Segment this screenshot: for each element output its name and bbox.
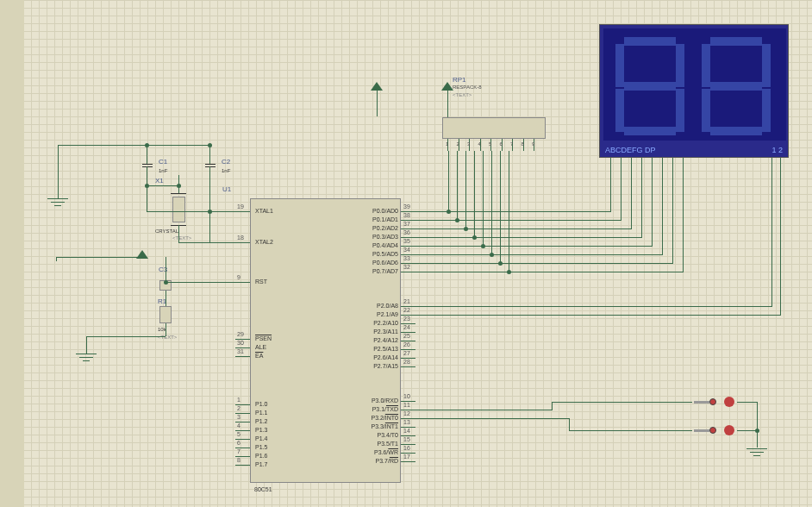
pin-number: 4	[237, 422, 240, 429]
push-button-1[interactable]	[692, 397, 740, 410]
pin-number: 24	[403, 324, 410, 330]
respack-pin-number: 9	[532, 141, 534, 147]
pin-number: 18	[237, 235, 244, 241]
pin-number: 28	[403, 359, 410, 365]
pin-label: RST	[255, 279, 267, 285]
respack-pin-number: 6	[500, 141, 503, 147]
pin-label: P1.2	[255, 418, 267, 424]
x1-text: <TEXT>	[172, 235, 191, 241]
pin-number: 34	[403, 247, 410, 253]
pin-label: P3.1/TXD	[372, 406, 398, 412]
power-symbol	[371, 82, 383, 91]
pin-number: 10	[403, 393, 410, 399]
pin-number: 22	[403, 307, 410, 313]
display-pins-label: ABCDEFG DP	[605, 146, 656, 154]
pin-label: P0.6/AD6	[372, 260, 398, 266]
respack-pin-number: 8	[522, 141, 524, 147]
pin-number: 33	[403, 255, 410, 261]
pin-number: 19	[237, 203, 244, 210]
pin-label: P1.1	[255, 410, 267, 416]
pin-number: 12	[403, 410, 410, 416]
pin-label: P2.4/A12	[373, 337, 398, 343]
pin-label: P1.7	[255, 461, 267, 467]
pin-label: XTAL2	[255, 239, 273, 245]
pin-number: 13	[403, 419, 410, 425]
display-digits-label: 1 2	[771, 146, 783, 154]
pin-label: P3.4/T0	[377, 432, 398, 438]
rp1-text: <TEXT>	[453, 92, 472, 97]
respack-pin-number: 5	[489, 141, 491, 147]
c2-value: 1nF	[222, 168, 230, 173]
pin-number: 31	[237, 348, 244, 354]
pin-label: P2.5/A13	[373, 346, 398, 352]
pin-label: P1.4	[255, 435, 267, 441]
c2-name: C2	[222, 158, 230, 166]
pin-number: 5	[237, 431, 240, 437]
pin-label: PSEN	[255, 335, 272, 341]
ground-symbol	[47, 198, 68, 210]
pin-label: P2.7/A15	[373, 363, 398, 369]
power-symbol	[441, 82, 453, 91]
pin-label: P0.5/AD5	[372, 251, 398, 257]
pin-number: 30	[237, 340, 244, 346]
pin-number: 7	[237, 448, 240, 454]
respack-pin-number: 7	[510, 141, 513, 147]
pin-label: P0.4/AD4	[372, 242, 398, 248]
pin-number: 27	[403, 350, 410, 356]
pin-label: P3.0/RXD	[372, 397, 398, 404]
push-button-2[interactable]	[692, 425, 740, 438]
pin-number: 1	[237, 397, 240, 403]
ground-symbol	[746, 448, 767, 460]
pin-number: 15	[403, 436, 410, 442]
pin-label: P0.7/AD7	[372, 268, 398, 274]
pin-number: 14	[403, 428, 410, 434]
pin-number: 25	[403, 333, 410, 339]
seven-segment-display: ABCDEFG DP 1 2	[599, 24, 789, 158]
pin-number: 6	[237, 440, 240, 446]
pin-number: 17	[403, 454, 410, 460]
pin-label: P3.3/INT1	[371, 423, 398, 429]
c1-value: 1nF	[159, 168, 167, 173]
pin-label: ALE	[255, 344, 266, 350]
pin-number: 16	[403, 445, 410, 451]
respack-pin-number: 4	[478, 141, 481, 147]
pin-label: P2.3/A11	[373, 329, 398, 335]
power-symbol	[136, 250, 148, 259]
u1-part-number: 80C51	[254, 486, 272, 492]
pin-number: 11	[403, 402, 410, 408]
pin-label: P1.5	[255, 444, 267, 450]
pin-number: 37	[403, 221, 410, 227]
pin-label: P3.7/RD	[376, 458, 398, 464]
pin-label: P0.3/AD3	[372, 234, 398, 240]
pin-number: 36	[403, 229, 410, 235]
pin-number: 26	[403, 341, 410, 347]
x1-value: CRYSTAL	[155, 228, 178, 234]
respack-rp1	[442, 117, 546, 139]
pin-label: P2.6/A14	[373, 354, 398, 360]
pin-label: P2.0/A8	[377, 303, 398, 309]
r1-text: <TEXT>	[158, 335, 177, 340]
pin-label: P3.5/T1	[377, 441, 398, 447]
pin-number: 21	[403, 298, 410, 304]
pin-label: P3.6/WR	[374, 449, 398, 455]
crystal-x1	[172, 197, 185, 222]
pin-label: P1.0	[255, 401, 267, 407]
rp1-name: RP1	[453, 76, 466, 84]
respack-pin-number: 1	[446, 141, 448, 147]
respack-pin-number: 3	[467, 141, 470, 147]
resistor-r1	[159, 306, 172, 323]
pin-label: P0.1/AD1	[372, 216, 398, 222]
pin-label: P2.2/A10	[373, 320, 398, 326]
pin-number: 35	[403, 238, 410, 244]
pin-number: 32	[403, 264, 410, 270]
pin-number: 38	[403, 212, 410, 218]
c1-name: C1	[159, 158, 167, 166]
pin-number: 9	[237, 274, 240, 280]
rp1-value: RESPACK-8	[453, 84, 482, 90]
pin-number: 23	[403, 316, 410, 322]
pin-label: XTAL1	[255, 208, 273, 214]
respack-pin-number: 2	[457, 141, 459, 147]
pin-label: P0.2/AD2	[372, 225, 398, 231]
pin-label: P2.1/A9	[377, 311, 398, 317]
x1-name: X1	[155, 177, 164, 185]
